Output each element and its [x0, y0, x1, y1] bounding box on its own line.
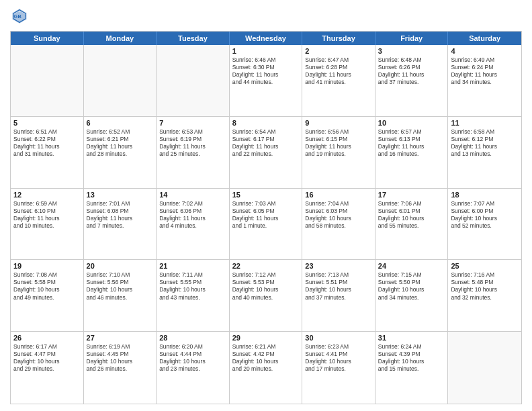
- cell-info: Sunrise: 7:08 AMSunset: 5:58 PMDaylight:…: [13, 271, 81, 301]
- day-cell-19: 19Sunrise: 7:08 AMSunset: 5:58 PMDayligh…: [11, 260, 84, 331]
- day-cell-22: 22Sunrise: 7:12 AMSunset: 5:53 PMDayligh…: [230, 260, 303, 331]
- day-cell-14: 14Sunrise: 7:02 AMSunset: 6:06 PMDayligh…: [157, 189, 230, 260]
- day-cell-9: 9Sunrise: 6:56 AMSunset: 6:15 PMDaylight…: [302, 117, 375, 188]
- day-cell-6: 6Sunrise: 6:52 AMSunset: 6:21 PMDaylight…: [84, 117, 157, 188]
- header-day-monday: Monday: [84, 32, 157, 45]
- day-cell-25: 25Sunrise: 7:16 AMSunset: 5:48 PMDayligh…: [448, 260, 521, 331]
- cell-info: Sunrise: 7:16 AMSunset: 5:48 PMDaylight:…: [451, 271, 519, 301]
- day-number: 30: [305, 334, 372, 342]
- day-number: 19: [13, 262, 81, 270]
- cell-info: Sunrise: 7:03 AMSunset: 6:05 PMDaylight:…: [232, 200, 300, 230]
- cell-info: Sunrise: 7:04 AMSunset: 6:03 PMDaylight:…: [305, 200, 372, 230]
- day-number: 26: [13, 334, 81, 342]
- day-number: 4: [451, 47, 519, 55]
- cell-info: Sunrise: 6:56 AMSunset: 6:15 PMDaylight:…: [305, 128, 372, 158]
- cell-info: Sunrise: 6:53 AMSunset: 6:19 PMDaylight:…: [159, 128, 226, 158]
- cell-info: Sunrise: 7:12 AMSunset: 5:53 PMDaylight:…: [232, 271, 300, 301]
- day-cell-26: 26Sunrise: 6:17 AMSunset: 4:47 PMDayligh…: [11, 332, 84, 404]
- day-cell-5: 5Sunrise: 6:51 AMSunset: 6:22 PMDaylight…: [11, 117, 84, 188]
- cell-info: Sunrise: 6:57 AMSunset: 6:13 PMDaylight:…: [378, 128, 445, 158]
- day-cell-10: 10Sunrise: 6:57 AMSunset: 6:13 PMDayligh…: [375, 117, 449, 188]
- day-cell-2: 2Sunrise: 6:47 AMSunset: 6:28 PMDaylight…: [302, 45, 375, 116]
- header: GB: [10, 7, 522, 26]
- calendar-body: 1Sunrise: 6:46 AMSunset: 6:30 PMDaylight…: [11, 45, 521, 404]
- cell-info: Sunrise: 6:59 AMSunset: 6:10 PMDaylight:…: [13, 200, 81, 230]
- week-row-3: 19Sunrise: 7:08 AMSunset: 5:58 PMDayligh…: [11, 260, 521, 332]
- day-number: 5: [13, 119, 81, 127]
- day-cell-13: 13Sunrise: 7:01 AMSunset: 6:08 PMDayligh…: [84, 189, 157, 260]
- day-number: 23: [305, 262, 372, 270]
- day-number: 8: [232, 119, 300, 127]
- day-number: 2: [305, 47, 372, 55]
- day-number: 13: [87, 191, 154, 199]
- day-number: 15: [232, 191, 300, 199]
- header-day-tuesday: Tuesday: [157, 32, 230, 45]
- header-day-friday: Friday: [375, 32, 449, 45]
- day-cell-7: 7Sunrise: 6:53 AMSunset: 6:19 PMDaylight…: [157, 117, 230, 188]
- header-day-saturday: Saturday: [448, 32, 521, 45]
- day-number: 29: [232, 334, 300, 342]
- day-number: 27: [87, 334, 154, 342]
- cell-info: Sunrise: 7:06 AMSunset: 6:01 PMDaylight:…: [378, 200, 445, 230]
- day-cell-31: 31Sunrise: 6:24 AMSunset: 4:39 PMDayligh…: [375, 332, 449, 404]
- calendar: SundayMondayTuesdayWednesdayThursdayFrid…: [10, 31, 522, 404]
- day-cell-4: 4Sunrise: 6:49 AMSunset: 6:24 PMDaylight…: [448, 45, 521, 116]
- day-cell-21: 21Sunrise: 7:11 AMSunset: 5:55 PMDayligh…: [157, 260, 230, 331]
- day-number: 20: [87, 262, 154, 270]
- cell-info: Sunrise: 6:46 AMSunset: 6:30 PMDaylight:…: [232, 56, 300, 86]
- day-cell-16: 16Sunrise: 7:04 AMSunset: 6:03 PMDayligh…: [302, 189, 375, 260]
- cell-info: Sunrise: 6:52 AMSunset: 6:21 PMDaylight:…: [87, 128, 154, 158]
- day-number: 22: [232, 262, 300, 270]
- day-number: 6: [87, 119, 154, 127]
- day-number: 21: [159, 262, 226, 270]
- week-row-2: 12Sunrise: 6:59 AMSunset: 6:10 PMDayligh…: [11, 189, 521, 261]
- logo: GB: [10, 7, 32, 26]
- day-cell-20: 20Sunrise: 7:10 AMSunset: 5:56 PMDayligh…: [84, 260, 157, 331]
- page: GB SundayMondayTuesdayWednesdayThursdayF…: [0, 0, 532, 411]
- day-number: 10: [378, 119, 445, 127]
- cell-info: Sunrise: 6:51 AMSunset: 6:22 PMDaylight:…: [13, 128, 81, 158]
- day-cell-8: 8Sunrise: 6:54 AMSunset: 6:17 PMDaylight…: [230, 117, 303, 188]
- day-number: 12: [13, 191, 81, 199]
- cell-info: Sunrise: 6:23 AMSunset: 4:41 PMDaylight:…: [305, 343, 372, 373]
- day-number: 11: [451, 119, 519, 127]
- cell-info: Sunrise: 6:20 AMSunset: 4:44 PMDaylight:…: [159, 343, 226, 373]
- day-cell-1: 1Sunrise: 6:46 AMSunset: 6:30 PMDaylight…: [230, 45, 303, 116]
- day-number: 25: [451, 262, 519, 270]
- header-day-wednesday: Wednesday: [230, 32, 303, 45]
- cell-info: Sunrise: 7:10 AMSunset: 5:56 PMDaylight:…: [87, 271, 154, 301]
- day-cell-12: 12Sunrise: 6:59 AMSunset: 6:10 PMDayligh…: [11, 189, 84, 260]
- cell-info: Sunrise: 7:13 AMSunset: 5:51 PMDaylight:…: [305, 271, 372, 301]
- cell-info: Sunrise: 6:17 AMSunset: 4:47 PMDaylight:…: [13, 343, 81, 373]
- day-cell-3: 3Sunrise: 6:48 AMSunset: 6:26 PMDaylight…: [375, 45, 449, 116]
- week-row-0: 1Sunrise: 6:46 AMSunset: 6:30 PMDaylight…: [11, 45, 521, 117]
- cell-info: Sunrise: 6:54 AMSunset: 6:17 PMDaylight:…: [232, 128, 300, 158]
- empty-cell: [11, 45, 84, 116]
- cell-info: Sunrise: 6:58 AMSunset: 6:12 PMDaylight:…: [451, 128, 519, 158]
- cell-info: Sunrise: 7:07 AMSunset: 6:00 PMDaylight:…: [451, 200, 519, 230]
- day-cell-29: 29Sunrise: 6:21 AMSunset: 4:42 PMDayligh…: [230, 332, 303, 404]
- day-number: 7: [159, 119, 226, 127]
- header-day-thursday: Thursday: [302, 32, 375, 45]
- day-cell-24: 24Sunrise: 7:15 AMSunset: 5:50 PMDayligh…: [375, 260, 449, 331]
- cell-info: Sunrise: 6:47 AMSunset: 6:28 PMDaylight:…: [305, 56, 372, 86]
- day-number: 9: [305, 119, 372, 127]
- day-cell-23: 23Sunrise: 7:13 AMSunset: 5:51 PMDayligh…: [302, 260, 375, 331]
- cell-info: Sunrise: 7:01 AMSunset: 6:08 PMDaylight:…: [87, 200, 154, 230]
- empty-cell: [157, 45, 230, 116]
- day-cell-15: 15Sunrise: 7:03 AMSunset: 6:05 PMDayligh…: [230, 189, 303, 260]
- day-cell-18: 18Sunrise: 7:07 AMSunset: 6:00 PMDayligh…: [448, 189, 521, 260]
- header-day-sunday: Sunday: [11, 32, 84, 45]
- day-cell-11: 11Sunrise: 6:58 AMSunset: 6:12 PMDayligh…: [448, 117, 521, 188]
- cell-info: Sunrise: 7:02 AMSunset: 6:06 PMDaylight:…: [159, 200, 226, 230]
- day-cell-27: 27Sunrise: 6:19 AMSunset: 4:45 PMDayligh…: [84, 332, 157, 404]
- week-row-4: 26Sunrise: 6:17 AMSunset: 4:47 PMDayligh…: [11, 332, 521, 404]
- cell-info: Sunrise: 6:48 AMSunset: 6:26 PMDaylight:…: [378, 56, 445, 86]
- day-cell-28: 28Sunrise: 6:20 AMSunset: 4:44 PMDayligh…: [157, 332, 230, 404]
- cell-info: Sunrise: 6:49 AMSunset: 6:24 PMDaylight:…: [451, 56, 519, 86]
- empty-cell: [84, 45, 157, 116]
- day-number: 28: [159, 334, 226, 342]
- week-row-1: 5Sunrise: 6:51 AMSunset: 6:22 PMDaylight…: [11, 117, 521, 189]
- day-number: 31: [378, 334, 445, 342]
- calendar-header: SundayMondayTuesdayWednesdayThursdayFrid…: [11, 32, 521, 45]
